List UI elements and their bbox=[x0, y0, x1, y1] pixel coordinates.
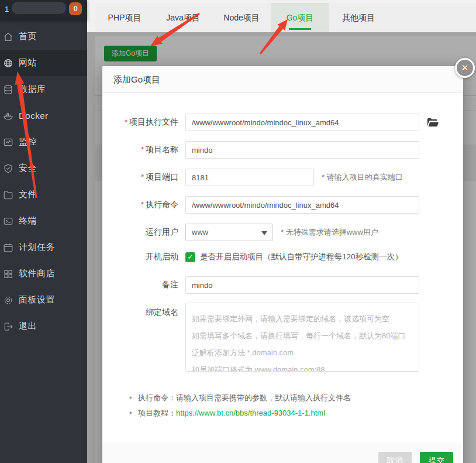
sidebar-item-monitor[interactable]: 监控 bbox=[0, 129, 87, 155]
project-name-label: 项目名称 bbox=[146, 145, 178, 154]
autostart-checkbox[interactable]: ✓ bbox=[185, 252, 195, 262]
dialog-footer: 取消 提交 bbox=[102, 444, 463, 463]
note-tutorial: 项目教程：https://www.bt.cn/bbs/thread-93034-… bbox=[129, 406, 463, 421]
note-tutorial-prefix: 项目教程： bbox=[138, 409, 176, 417]
sidebar-item-website[interactable]: 网站 bbox=[0, 50, 87, 76]
bind-domain-textarea[interactable] bbox=[185, 303, 419, 372]
sidebar-item-cron[interactable]: 计划任务 bbox=[0, 234, 87, 260]
exec-file-input[interactable] bbox=[185, 114, 419, 131]
form-row-remark: 备注 bbox=[114, 276, 463, 294]
chevron-down-icon bbox=[261, 231, 267, 235]
monitor-icon bbox=[3, 137, 13, 148]
note-exec-command: 执行命令：请输入项目需要携带的参数，默认请输入执行文件名 bbox=[129, 390, 463, 406]
bind-domain-label: 绑定域名 bbox=[114, 307, 178, 318]
tab-go-project[interactable]: Go项目 bbox=[271, 3, 329, 32]
autostart-label: 开机启动 bbox=[114, 252, 178, 262]
sidebar-item-security[interactable]: 安全 bbox=[0, 155, 87, 181]
form-row-run-user: 运行用户 www * 无特殊需求请选择www用户 bbox=[114, 224, 463, 241]
required-mark: * bbox=[141, 173, 144, 181]
close-icon[interactable]: ✕ bbox=[455, 58, 475, 78]
sidebar: 1 0 首页 网站 数据库 Docker 监控 bbox=[0, 0, 87, 463]
form-row-name: *项目名称 bbox=[114, 141, 463, 159]
sidebar-item-files[interactable]: 文件 bbox=[0, 181, 87, 208]
project-name-input[interactable] bbox=[185, 141, 419, 159]
sidebar-nav: 首页 网站 数据库 Docker 监控 安全 bbox=[0, 20, 87, 339]
sidebar-item-appstore[interactable]: 软件商店 bbox=[0, 260, 87, 287]
dialog-form: *项目执行文件 *项目名称 *项目端口 * 请输入项目的真实端口 *执行命令 bbox=[102, 93, 463, 421]
dialog-title: 添加Go项目 bbox=[102, 66, 463, 93]
remark-input[interactable] bbox=[185, 276, 419, 294]
form-row-bind-domain: 绑定域名 bbox=[114, 303, 463, 372]
autostart-text: 是否开启启动项目（默认自带守护进程每120秒检测一次） bbox=[200, 252, 403, 262]
form-row-exec-file: *项目执行文件 bbox=[114, 114, 463, 131]
form-row-command: *执行命令 bbox=[114, 196, 463, 214]
command-input[interactable] bbox=[185, 196, 419, 214]
tab-java-project[interactable]: Java项目 bbox=[154, 3, 212, 32]
form-row-port: *项目端口 * 请输入项目的真实端口 bbox=[114, 169, 463, 186]
sidebar-item-panel-settings[interactable]: 面板设置 bbox=[0, 287, 87, 313]
database-icon bbox=[3, 84, 13, 95]
message-count-badge[interactable]: 0 bbox=[69, 2, 82, 15]
globe-icon bbox=[3, 58, 13, 68]
remark-label: 备注 bbox=[114, 280, 178, 290]
server-label: 1 bbox=[5, 5, 9, 13]
gear-icon bbox=[3, 295, 13, 306]
cancel-button[interactable]: 取消 bbox=[378, 452, 412, 463]
tab-other-project[interactable]: 其他项目 bbox=[329, 3, 388, 32]
folder-icon bbox=[427, 118, 439, 128]
form-row-autostart: 开机启动 ✓ 是否开启启动项目（默认自带守护进程每120秒检测一次） bbox=[114, 251, 463, 263]
submit-button[interactable]: 提交 bbox=[420, 452, 453, 463]
project-type-tabs: PHP项目 Java项目 Node项目 Go项目 其他项目 bbox=[95, 3, 476, 32]
required-mark: * bbox=[125, 118, 127, 126]
home-icon bbox=[3, 32, 13, 42]
sidebar-item-home[interactable]: 首页 bbox=[0, 23, 87, 50]
tab-node-project[interactable]: Node项目 bbox=[212, 3, 271, 32]
calendar-icon bbox=[3, 242, 13, 253]
sidebar-item-database[interactable]: 数据库 bbox=[0, 76, 87, 102]
add-go-project-dialog: ✕ 添加Go项目 *项目执行文件 *项目名称 *项目端口 * 请输入项目的真实端… bbox=[102, 66, 463, 463]
sidebar-item-terminal[interactable]: 终端 bbox=[0, 208, 87, 234]
dialog-notes: 执行命令：请输入项目需要携带的参数，默认请输入执行文件名 项目教程：https:… bbox=[129, 390, 463, 421]
shield-icon bbox=[3, 163, 13, 174]
store-icon bbox=[3, 269, 13, 279]
terminal-icon bbox=[3, 216, 13, 227]
required-mark: * bbox=[141, 145, 144, 154]
port-label: 项目端口 bbox=[146, 172, 178, 181]
server-name-redacted bbox=[12, 2, 66, 14]
command-label: 执行命令 bbox=[146, 200, 178, 209]
required-mark: * bbox=[141, 200, 144, 209]
logout-icon bbox=[3, 321, 13, 332]
tab-php-project[interactable]: PHP项目 bbox=[95, 3, 154, 32]
browse-folder-button[interactable] bbox=[427, 118, 439, 128]
run-user-label: 运行用户 bbox=[114, 227, 178, 238]
sidebar-item-docker[interactable]: Docker bbox=[0, 102, 87, 129]
exec-file-label: 项目执行文件 bbox=[129, 117, 178, 126]
run-user-select[interactable]: www bbox=[185, 224, 273, 241]
folder-icon bbox=[3, 190, 13, 200]
tutorial-link[interactable]: https://www.bt.cn/bbs/thread-93034-1-1.h… bbox=[176, 409, 325, 417]
docker-icon bbox=[3, 111, 13, 121]
port-hint: * 请输入项目的真实端口 bbox=[322, 172, 403, 183]
sidebar-server-header: 1 0 bbox=[0, 0, 87, 20]
port-input[interactable] bbox=[185, 169, 314, 186]
sidebar-item-logout[interactable]: 退出 bbox=[0, 313, 87, 339]
run-user-value: www bbox=[192, 228, 208, 236]
baota-panel-page: 1 0 首页 网站 数据库 Docker 监控 bbox=[0, 0, 476, 463]
run-user-hint: * 无特殊需求请选择www用户 bbox=[281, 227, 378, 238]
